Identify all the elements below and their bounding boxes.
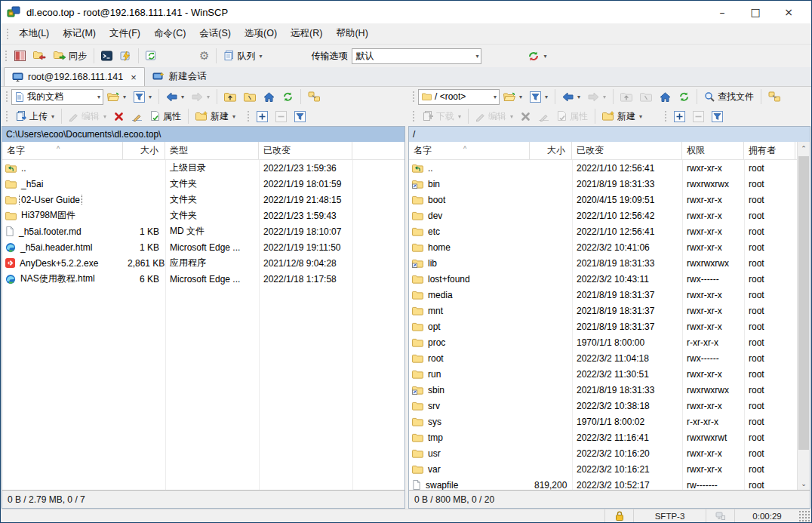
local-select-filter-button[interactable] <box>291 107 309 125</box>
menu-item[interactable]: 会话(S) <box>192 23 238 44</box>
custom-commands-button[interactable] <box>116 47 135 65</box>
menu-item[interactable]: 命令(C) <box>147 23 192 44</box>
column-header-size[interactable]: 大小 <box>123 142 165 159</box>
remote-select-button[interactable] <box>670 107 689 125</box>
file-row[interactable]: ..2022/1/10 12:56:41rwxr-xr-xroot <box>409 160 810 176</box>
file-row[interactable]: media2021/8/19 18:31:37rwxr-xr-xroot <box>409 287 810 303</box>
menu-item[interactable]: 帮助(H) <box>329 23 374 44</box>
find-files-button[interactable]: 查找文件 <box>700 88 758 106</box>
local-back-button[interactable]: ▾ <box>162 88 188 106</box>
file-row[interactable]: bin2021/8/19 18:31:33rwxrwxrwxroot <box>409 176 810 192</box>
transfer-preset-combo[interactable]: 默认▾ <box>352 48 481 64</box>
local-delete-button[interactable] <box>110 107 128 125</box>
local-refresh-button[interactable] <box>278 88 297 106</box>
remote-rename-button[interactable] <box>534 107 553 125</box>
scrollbar-track[interactable] <box>798 155 810 477</box>
file-row[interactable]: lost+found2022/3/2 10:43:11rwx------root <box>409 271 810 287</box>
remote-symlink-button[interactable] <box>764 88 785 106</box>
column-header-size[interactable]: 大小 <box>530 142 572 159</box>
toolbar-grip[interactable] <box>664 110 668 122</box>
remote-back-button[interactable]: ▾ <box>558 88 584 106</box>
remote-location-combo[interactable]: / <root> ▾ <box>418 89 500 105</box>
file-row[interactable]: sys1970/1/1 8:00:02r-xr-xr-xroot <box>409 414 810 429</box>
scroll-up-icon[interactable]: ⌃ <box>798 142 810 155</box>
file-row[interactable]: home2022/3/2 10:41:06rwxr-xr-xroot <box>409 239 810 255</box>
local-root-directory-button[interactable] <box>240 88 260 106</box>
toolbar-grip[interactable] <box>5 110 9 122</box>
file-row[interactable]: sbin2021/8/19 18:31:33rwxrwxrwxroot <box>409 382 810 398</box>
column-header-perms[interactable]: 权限 <box>682 142 744 159</box>
local-select-button[interactable] <box>253 107 272 125</box>
local-properties-button[interactable]: 属性 <box>146 107 185 125</box>
local-filter-button[interactable]: ▾ <box>130 88 155 106</box>
column-header-modified[interactable]: 已改变 <box>259 142 352 159</box>
column-header-owner[interactable]: 拥有者 <box>744 142 795 159</box>
local-forward-button[interactable]: ▾ <box>188 88 214 106</box>
protocol-cell[interactable]: SFTP-3 <box>633 509 706 522</box>
column-header-name[interactable]: 名字^ <box>2 142 123 159</box>
refresh-session-button[interactable] <box>142 47 161 65</box>
minimize-button[interactable]: – <box>706 2 739 23</box>
file-row[interactable]: run2022/3/2 11:30:51rwxr-xr-xroot <box>409 366 810 382</box>
transfer-mode-button[interactable]: ▾ <box>524 47 550 65</box>
file-row[interactable]: usr2022/3/2 10:16:20rwxr-xr-xroot <box>409 445 810 461</box>
remote-refresh-button[interactable] <box>675 88 694 106</box>
file-row[interactable]: root2022/3/2 11:04:18rwx------root <box>409 350 810 366</box>
synchronize-button[interactable]: 同步 <box>50 47 91 65</box>
local-symlink-button[interactable] <box>304 88 324 106</box>
remote-unselect-button[interactable] <box>689 107 708 125</box>
file-row[interactable]: tmp2022/3/2 11:16:41rwxrwxrwtroot <box>409 429 810 445</box>
upload-button[interactable]: 上传▾ <box>11 107 58 125</box>
column-header-modified[interactable]: 已改变 <box>572 142 682 159</box>
preferences-button[interactable]: ⚙ <box>195 47 213 65</box>
close-button[interactable]: × <box>772 2 805 23</box>
column-header-type[interactable]: 类型 <box>165 142 259 159</box>
menu-item[interactable]: 远程(R) <box>284 23 329 44</box>
scrollbar-thumb[interactable] <box>798 156 809 450</box>
local-unselect-button[interactable] <box>272 107 291 125</box>
toolbar-grip[interactable] <box>6 28 10 40</box>
encryption-cell[interactable] <box>604 509 633 522</box>
vertical-scrollbar[interactable]: ⌃ ⌄ <box>797 142 810 490</box>
connection-cell[interactable] <box>706 509 734 522</box>
local-rename-button[interactable] <box>128 107 146 125</box>
open-terminal-button[interactable] <box>97 47 116 65</box>
file-row[interactable]: AnyDesk+5.2.2.exe2,861 KB应用程序2021/12/8 9… <box>2 255 404 271</box>
queue-button[interactable]: 队列▾ <box>220 47 266 65</box>
maximize-button[interactable]: □ <box>739 2 772 23</box>
session-timer-cell[interactable]: 0:00:29 <box>734 509 799 522</box>
toolbar-grip[interactable] <box>5 91 9 103</box>
file-row[interactable]: srv2022/3/2 10:38:18rwxr-xr-xroot <box>409 398 810 414</box>
remote-filter-button[interactable]: ▾ <box>526 88 552 106</box>
tab-close-icon[interactable]: × <box>131 72 137 83</box>
remote-home-button[interactable] <box>656 88 675 106</box>
remote-parent-directory-button[interactable] <box>617 88 636 106</box>
toolbar-grip[interactable] <box>5 50 8 62</box>
download-button[interactable]: 下载▾ <box>418 107 465 125</box>
menu-item[interactable]: 本地(L) <box>12 23 56 44</box>
remote-forward-button[interactable]: ▾ <box>584 88 610 106</box>
local-location-combo[interactable]: 我的文档 ▾ <box>11 89 103 105</box>
file-row[interactable]: lib2021/8/19 18:31:33rwxrwxrwxroot <box>409 255 810 271</box>
file-row[interactable]: var2022/3/2 10:16:21rwxr-xr-xroot <box>409 461 810 477</box>
toolbar-grip[interactable] <box>412 110 416 122</box>
menu-item[interactable]: 选项(O) <box>238 23 284 44</box>
remote-delete-button[interactable] <box>517 107 534 125</box>
local-edit-button[interactable]: 编辑▾ <box>65 107 110 125</box>
local-path-bar[interactable]: C:\Users\ecoo\Documents\dl.ecoo.top\ <box>2 127 404 142</box>
file-row[interactable]: _h5ai.header.html1 KBMicrosoft Edge ...2… <box>2 239 404 255</box>
local-new-button[interactable]: 新建▾ <box>192 107 239 125</box>
local-open-directory-button[interactable]: ▾ <box>103 88 130 106</box>
scroll-down-icon[interactable]: ⌄ <box>798 477 810 490</box>
session-tab[interactable]: root@192.168.111.141 × <box>4 67 145 86</box>
file-row[interactable]: opt2021/8/19 18:31:37rwxr-xr-xroot <box>409 318 810 334</box>
toolbar-grip[interactable] <box>247 110 251 122</box>
file-row[interactable]: NAS使用教程.html6 KBMicrosoft Edge ...2022/1… <box>2 271 404 287</box>
resize-grip[interactable] <box>799 509 810 522</box>
toggle-panels-button[interactable] <box>11 47 29 65</box>
file-row[interactable]: Hi3798M固件文件夹2022/1/23 1:59:43 <box>2 208 404 223</box>
local-parent-directory-button[interactable] <box>220 88 240 106</box>
toolbar-grip[interactable] <box>412 91 416 103</box>
file-row[interactable]: boot2020/4/15 19:09:51rwxr-xr-xroot <box>409 192 810 208</box>
remote-root-directory-button[interactable] <box>636 88 656 106</box>
